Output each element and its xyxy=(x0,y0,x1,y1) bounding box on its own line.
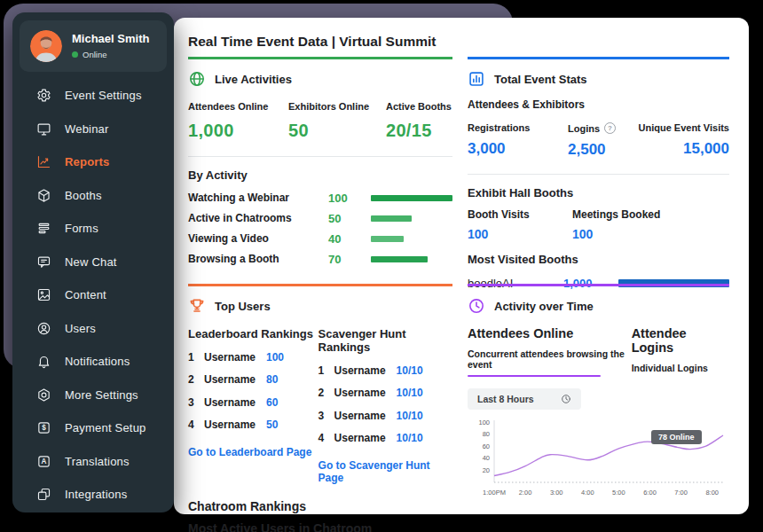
ranking-row: 2Username10/10 xyxy=(319,387,452,399)
rank-username: Username xyxy=(204,373,266,386)
sidebar-item-notifications[interactable]: Notifications xyxy=(12,345,174,379)
rankings-column-title: Scavenger Hunt Rankings xyxy=(319,327,452,354)
tab-label[interactable]: Attendees Online xyxy=(468,326,632,340)
x-tick-label: 3:00 xyxy=(550,489,563,497)
tab-attendee-logins[interactable]: Attendee LoginsIndividual Logins xyxy=(632,326,729,377)
rankings-page-link[interactable]: Go to Scavenger Hunt Page xyxy=(319,459,452,484)
rank-value: 50 xyxy=(266,419,278,431)
stat-label: Registrations xyxy=(468,122,568,133)
sidebar-item-integrations[interactable]: Integrations xyxy=(12,478,174,512)
activity-label: Browsing a Booth xyxy=(188,253,328,265)
rank-number: 1 xyxy=(188,351,204,364)
activity-bar xyxy=(371,195,452,201)
image-icon xyxy=(36,287,51,302)
exhibit-stat: Meetings Booked100 xyxy=(572,208,677,241)
line-chart-icon xyxy=(36,154,51,169)
exhibit-stat: Booth Visits100 xyxy=(468,208,572,241)
sidebar-item-label: Booths xyxy=(65,189,102,202)
rank-number: 2 xyxy=(319,387,334,399)
stat-value: 15,000 xyxy=(639,140,730,158)
screen: Michael Smith Online Event SettingsWebin… xyxy=(0,0,763,532)
sidebar-item-payment-setup[interactable]: $Payment Setup xyxy=(12,411,174,445)
rankings-page-link[interactable]: Go to Leaderboard Page xyxy=(188,446,319,458)
by-activity-row: Watching a Webinar100 xyxy=(188,193,452,202)
activity-bar-track xyxy=(371,215,452,222)
time-range-label: Last 8 Hours xyxy=(477,394,534,404)
activity-bar xyxy=(371,215,412,222)
online-status-label: Online xyxy=(83,50,106,59)
stat-label: Logins? xyxy=(568,122,639,134)
integrations-icon xyxy=(36,487,51,502)
panel-total-event-stats: Total Event Stats Attendees & Exhibitors… xyxy=(468,57,729,284)
ranking-row: 4Username50 xyxy=(188,419,319,431)
sidebar-item-webinar[interactable]: Webinar xyxy=(12,113,174,146)
sidebar-item-users[interactable]: Users xyxy=(12,312,174,346)
y-tick-label: 20 xyxy=(483,466,490,474)
sidebar-item-reports[interactable]: Reports xyxy=(12,145,174,179)
user-profile[interactable]: Michael Smith Online xyxy=(20,20,167,72)
sidebar-item-new-chat[interactable]: New Chat xyxy=(12,246,174,279)
time-range-selector[interactable]: Last 8 Hours xyxy=(468,388,581,410)
clock-icon xyxy=(561,394,571,404)
by-activity-row: Viewing a Video40 xyxy=(188,234,452,243)
stat-label-text: Unique Event Visits xyxy=(639,122,730,133)
rank-value: 80 xyxy=(266,373,278,386)
rank-value: 10/10 xyxy=(397,410,423,422)
activity-label: Watching a Webinar xyxy=(188,192,328,204)
activity-label: Viewing a Video xyxy=(188,232,328,245)
x-tick-label: 4:00 xyxy=(581,489,594,497)
rankings-columns: Leaderboard Rankings1Username1002Usernam… xyxy=(188,327,452,484)
sidebar-item-forms[interactable]: Forms xyxy=(12,212,174,246)
divider xyxy=(188,156,452,157)
y-tick-label: 80 xyxy=(483,430,490,438)
sidebar-item-translations[interactable]: ATranslations xyxy=(12,445,174,479)
sidebar-item-label: Translations xyxy=(65,455,130,468)
ranking-row: 1Username100 xyxy=(188,351,319,364)
svg-text:$: $ xyxy=(42,425,46,433)
rank-number: 4 xyxy=(188,419,204,431)
sidebar-item-more-settings[interactable]: More Settings xyxy=(12,379,174,412)
chatroom-rankings-title: Chatroom Rankings xyxy=(188,499,452,513)
divider xyxy=(468,174,729,175)
stat-value: 2,500 xyxy=(568,141,639,159)
sidebar-item-event-settings[interactable]: Event Settings xyxy=(12,79,174,113)
line-chart: 204060801001:00PM2:003:004:005:006:007:0… xyxy=(468,417,727,498)
sidebar-item-label: Users xyxy=(65,322,96,335)
stat-value: 100 xyxy=(572,227,677,241)
attendees-exhibitors-subtitle: Attendees & Exhibitors xyxy=(468,98,729,111)
live-stats: Attendees Online1,000Exhibitors Online50… xyxy=(188,101,452,141)
tab-attendees-online[interactable]: Attendees OnlineConcurrent attendees bro… xyxy=(468,326,632,377)
sidebar-item-label: Payment Setup xyxy=(65,421,146,434)
activity-bar-track xyxy=(371,195,452,201)
help-icon[interactable]: ? xyxy=(604,122,616,134)
rank-value: 10/10 xyxy=(397,432,423,444)
exhibit-hall-title: Exhibit Hall Booths xyxy=(468,186,729,200)
user-circle-icon xyxy=(36,321,51,336)
y-tick-label: 60 xyxy=(483,442,490,450)
stat-value: 100 xyxy=(468,227,572,241)
sidebar-item-label: Webinar xyxy=(65,122,109,136)
sidebar-item-label: Forms xyxy=(65,222,98,235)
by-activity-title: By Activity xyxy=(188,168,452,182)
sidebar-item-booths[interactable]: Booths xyxy=(12,179,174,213)
x-tick-label: 7:00 xyxy=(674,489,688,497)
total-stat: Registrations3,000 xyxy=(468,122,568,159)
list-icon xyxy=(36,221,51,236)
by-activity-row: Active in Chatrooms50 xyxy=(188,214,452,223)
x-tick-label: 8:00 xyxy=(705,489,719,497)
dollar-square-icon: $ xyxy=(36,420,51,435)
stat-value: 20/15 xyxy=(386,121,452,141)
ranking-row: 3Username60 xyxy=(188,396,319,409)
dashboard-card: Real Time Event Data | Virtual Summit Li… xyxy=(174,18,749,514)
stat-label-text: Registrations xyxy=(468,122,530,133)
x-tick-label: 2:00 xyxy=(519,489,532,497)
online-status-dot xyxy=(72,51,78,58)
chatroom-rankings-subtitle: Most Active Users in Chatroom xyxy=(188,521,452,532)
attendees-online-chart: 204060801001:00PM2:003:004:005:006:007:0… xyxy=(468,417,729,502)
live-stat: Exhibitors Online50 xyxy=(288,101,386,141)
ranking-row: 2Username80 xyxy=(188,373,319,386)
rank-username: Username xyxy=(334,432,397,444)
sidebar-item-content[interactable]: Content xyxy=(12,278,174,312)
sidebar-item-label: Integrations xyxy=(65,488,127,501)
tab-label[interactable]: Attendee Logins xyxy=(632,326,729,355)
